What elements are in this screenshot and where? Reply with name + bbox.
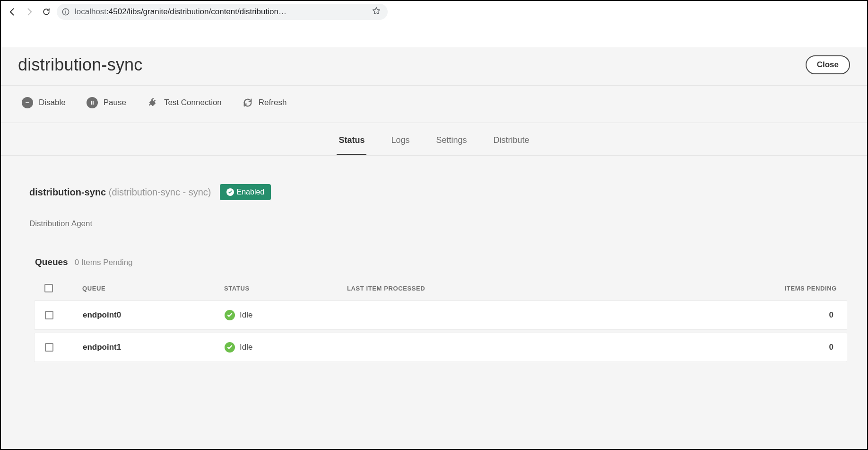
agent-name: distribution-sync — [29, 187, 106, 197]
col-status: STATUS — [224, 285, 347, 292]
tab-settings[interactable]: Settings — [434, 127, 469, 155]
pause-action[interactable]: Pause — [87, 97, 126, 108]
plug-icon — [147, 97, 158, 108]
pause-label: Pause — [104, 98, 126, 107]
queue-status: Idle — [240, 343, 252, 352]
queue-pending: 0 — [742, 343, 836, 352]
actions-toolbar: Disable Pause Test Connection Refresh — [1, 86, 867, 123]
agent-type-label: Distribution Agent — [29, 219, 850, 229]
queue-row[interactable]: endpoint0 Idle 0 — [34, 300, 847, 330]
queue-status: Idle — [240, 310, 252, 320]
tab-logs[interactable]: Logs — [389, 127, 411, 155]
queues-title: Queues — [35, 257, 68, 267]
url-path: :4502/libs/granite/distribution/content/… — [106, 7, 286, 16]
svg-rect-5 — [93, 101, 94, 105]
svg-rect-1 — [65, 11, 66, 14]
refresh-label: Refresh — [259, 98, 287, 107]
browser-reload-button[interactable] — [40, 5, 53, 18]
status-ok-icon — [225, 342, 235, 353]
select-all-checkbox[interactable] — [44, 284, 53, 292]
url-host: localhost — [75, 7, 106, 16]
row-checkbox[interactable] — [45, 311, 53, 319]
queue-pending: 0 — [742, 310, 836, 320]
browser-back-button[interactable] — [6, 5, 19, 18]
queues-pending-summary: 0 Items Pending — [75, 258, 133, 267]
disable-icon — [22, 97, 33, 108]
queues-table: QUEUE STATUS LAST ITEM PROCESSED ITEMS P… — [34, 279, 847, 362]
site-info-icon[interactable] — [61, 8, 70, 16]
svg-rect-2 — [65, 10, 66, 11]
page-title: distribution-sync — [18, 55, 143, 75]
svg-rect-4 — [91, 101, 92, 105]
agent-enabled-badge: Enabled — [220, 184, 271, 200]
agent-enabled-label: Enabled — [237, 188, 265, 196]
browser-toolbar: localhost:4502/libs/granite/distribution… — [1, 1, 867, 23]
refresh-icon — [243, 97, 253, 108]
check-icon — [226, 188, 234, 196]
queues-table-header: QUEUE STATUS LAST ITEM PROCESSED ITEMS P… — [34, 279, 847, 298]
agent-subtitle: (distribution-sync - sync) — [109, 187, 211, 197]
tabs: Status Logs Settings Distribute — [1, 123, 867, 156]
tab-content-status: distribution-sync (distribution-sync - s… — [1, 156, 867, 449]
browser-forward-button[interactable] — [23, 5, 36, 18]
col-queue: QUEUE — [82, 285, 224, 292]
row-checkbox[interactable] — [45, 343, 53, 352]
bookmark-star-icon[interactable] — [372, 6, 381, 18]
tab-distribute[interactable]: Distribute — [492, 127, 531, 155]
queues-section: Queues 0 Items Pending QUEUE STATUS LAST… — [29, 257, 850, 362]
test-connection-action[interactable]: Test Connection — [147, 97, 222, 108]
col-pending: ITEMS PENDING — [742, 285, 837, 292]
test-connection-label: Test Connection — [164, 98, 222, 107]
col-last: LAST ITEM PROCESSED — [347, 285, 742, 292]
close-button[interactable]: Close — [806, 55, 850, 74]
browser-address-bar[interactable]: localhost:4502/libs/granite/distribution… — [57, 4, 388, 20]
svg-rect-3 — [26, 102, 29, 103]
queue-row[interactable]: endpoint1 Idle 0 — [34, 333, 847, 362]
agent-heading: distribution-sync (distribution-sync - s… — [29, 184, 850, 200]
disable-action[interactable]: Disable — [22, 97, 66, 108]
page-header: distribution-sync Close — [1, 47, 867, 86]
disable-label: Disable — [39, 98, 66, 107]
app-top-strip — [1, 23, 867, 47]
status-ok-icon — [225, 310, 235, 320]
pause-icon — [87, 97, 98, 108]
refresh-action[interactable]: Refresh — [243, 97, 287, 108]
tab-status[interactable]: Status — [337, 127, 366, 155]
queue-name: endpoint1 — [83, 343, 225, 352]
queue-name: endpoint0 — [83, 310, 225, 320]
